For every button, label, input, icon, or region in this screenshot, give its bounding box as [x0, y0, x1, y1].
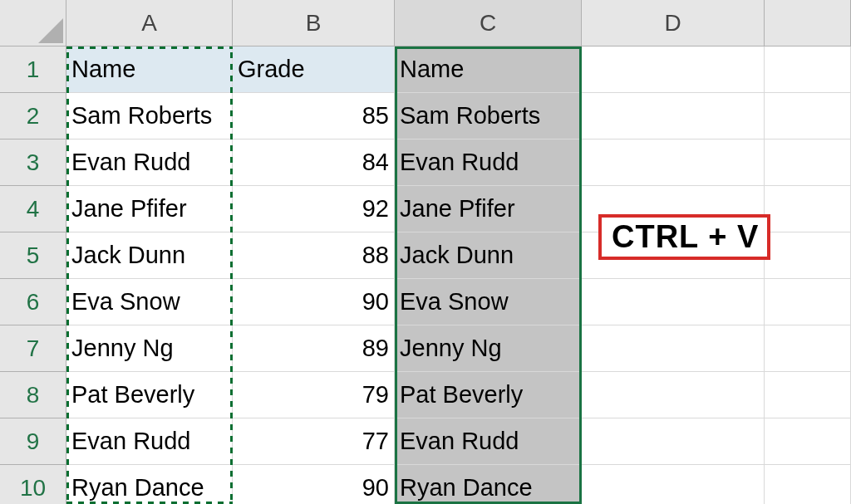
cell-e3[interactable] — [765, 139, 851, 186]
cell-c10[interactable]: Ryan Dance — [395, 465, 582, 504]
cell-b2[interactable]: 85 — [233, 93, 395, 139]
row-header[interactable]: 3 — [0, 139, 66, 186]
cell-c3[interactable]: Evan Rudd — [395, 139, 582, 186]
row-header[interactable]: 9 — [0, 418, 66, 465]
cell-d6[interactable] — [582, 279, 765, 325]
cell-b8[interactable]: 79 — [233, 372, 395, 418]
cell-b9[interactable]: 77 — [233, 418, 395, 465]
cell-e5[interactable] — [765, 232, 851, 279]
cell-a6[interactable]: Eva Snow — [66, 279, 233, 325]
cell-b3[interactable]: 84 — [233, 139, 395, 186]
column-header-empty[interactable] — [765, 0, 851, 46]
row-header[interactable]: 4 — [0, 186, 66, 232]
cell-e8[interactable] — [765, 372, 851, 418]
cell-c4[interactable]: Jane Pfifer — [395, 186, 582, 232]
cell-c8[interactable]: Pat Beverly — [395, 372, 582, 418]
row-header[interactable]: 6 — [0, 279, 66, 325]
keyboard-shortcut-annotation: CTRL + V — [598, 214, 770, 260]
cell-e9[interactable] — [765, 418, 851, 465]
cell-d1[interactable] — [582, 46, 765, 93]
cell-a3[interactable]: Evan Rudd — [66, 139, 233, 186]
column-header-d[interactable]: D — [582, 0, 765, 46]
column-header-c[interactable]: C — [395, 0, 582, 46]
cell-a5[interactable]: Jack Dunn — [66, 232, 233, 279]
cell-c9[interactable]: Evan Rudd — [395, 418, 582, 465]
cell-d7[interactable] — [582, 325, 765, 372]
cell-c1[interactable]: Name — [395, 46, 582, 93]
cell-a7[interactable]: Jenny Ng — [66, 325, 233, 372]
cell-d9[interactable] — [582, 418, 765, 465]
row-header[interactable]: 7 — [0, 325, 66, 372]
cell-c7[interactable]: Jenny Ng — [395, 325, 582, 372]
cell-e6[interactable] — [765, 279, 851, 325]
cell-a2[interactable]: Sam Roberts — [66, 93, 233, 139]
cell-b10[interactable]: 90 — [233, 465, 395, 504]
cell-a9[interactable]: Evan Rudd — [66, 418, 233, 465]
cell-e1[interactable] — [765, 46, 851, 93]
column-header-b[interactable]: B — [233, 0, 395, 46]
row-header[interactable]: 1 — [0, 46, 66, 93]
cell-d3[interactable] — [582, 139, 765, 186]
cell-a10[interactable]: Ryan Dance — [66, 465, 233, 504]
row-header[interactable]: 10 — [0, 465, 66, 504]
cell-b4[interactable]: 92 — [233, 186, 395, 232]
cell-b1[interactable]: Grade — [233, 46, 395, 93]
cell-d2[interactable] — [582, 93, 765, 139]
cell-b6[interactable]: 90 — [233, 279, 395, 325]
cell-d8[interactable] — [582, 372, 765, 418]
row-header[interactable]: 5 — [0, 232, 66, 279]
cell-d10[interactable] — [582, 465, 765, 504]
cell-e4[interactable] — [765, 186, 851, 232]
row-header[interactable]: 8 — [0, 372, 66, 418]
cell-e2[interactable] — [765, 93, 851, 139]
column-header-a[interactable]: A — [66, 0, 233, 46]
cell-c5[interactable]: Jack Dunn — [395, 232, 582, 279]
cell-b5[interactable]: 88 — [233, 232, 395, 279]
cell-a1[interactable]: Name — [66, 46, 233, 93]
cell-a8[interactable]: Pat Beverly — [66, 372, 233, 418]
cell-c2[interactable]: Sam Roberts — [395, 93, 582, 139]
cell-e10[interactable] — [765, 465, 851, 504]
row-header[interactable]: 2 — [0, 93, 66, 139]
cell-e7[interactable] — [765, 325, 851, 372]
cell-a4[interactable]: Jane Pfifer — [66, 186, 233, 232]
select-all-corner[interactable] — [0, 0, 66, 46]
cell-b7[interactable]: 89 — [233, 325, 395, 372]
cell-c6[interactable]: Eva Snow — [395, 279, 582, 325]
